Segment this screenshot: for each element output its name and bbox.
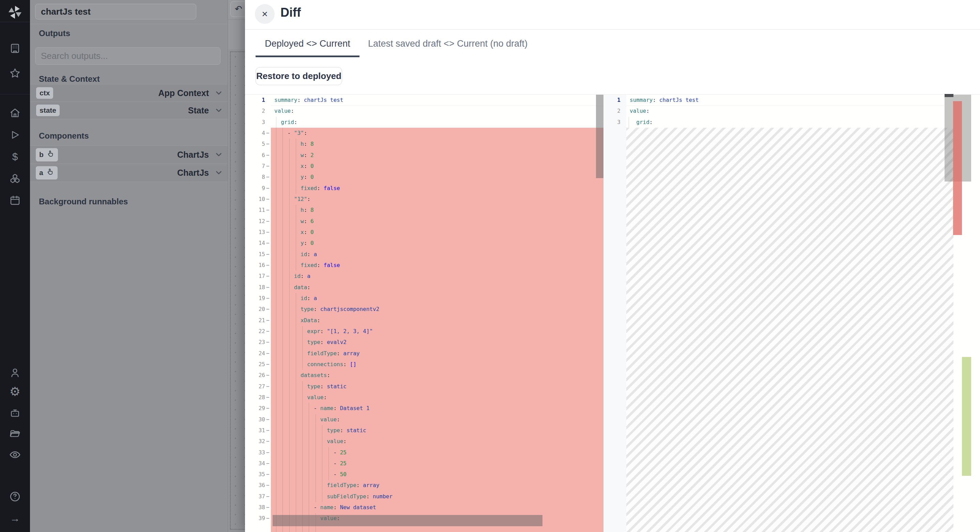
indent-guide [296,205,296,271]
indent-guide [322,425,322,502]
app-canvas [228,49,245,532]
overview-ruler-removed-mark [953,101,962,235]
folder-open-icon[interactable] [0,427,30,442]
user-icon[interactable] [0,365,30,380]
line-number: 15− [245,249,271,260]
code-line: y: 0 [271,172,603,183]
code-line: - name: Dataset 1 [271,403,603,414]
close-button[interactable]: × [255,4,275,24]
code-line: id: a [271,293,603,304]
line-number: 39− [245,513,271,524]
boxes-icon[interactable] [0,171,30,186]
code-line: fixed: false [271,183,603,194]
line-number: 26− [245,370,271,381]
component-row-b[interactable]: b ChartJs [30,145,228,164]
overview-ruler-added-mark [962,357,971,476]
component-row-a[interactable]: a ChartJs [30,164,228,182]
left-editor-horizontal-scrollbar[interactable] [273,515,542,526]
calendar-icon[interactable] [0,193,30,208]
line-number: 16− [245,260,271,271]
chevron-down-icon[interactable] [214,106,223,115]
tab-deployed-current[interactable]: Deployed <> Current [256,38,360,57]
code-line: fieldType: array [271,348,603,359]
home-icon[interactable] [0,106,30,121]
code-line: - 25 [271,447,603,458]
code-line: grid: [271,117,603,128]
play-icon[interactable] [0,127,30,142]
building-icon[interactable] [0,41,30,56]
restore-to-deployed-button[interactable]: Restore to deployed [256,67,342,85]
line-number: 1 [245,95,271,106]
state-context-heading: State & Context [39,74,100,84]
code-line: summary: chartJs test [626,95,980,106]
indent-guide [296,293,296,532]
code-line: grid: [626,117,980,128]
output-row-state[interactable]: state State [30,102,228,119]
indent-guide [289,139,290,532]
undo-button[interactable]: ↶ [230,1,245,17]
line-number: 34− [245,458,271,469]
code-line: h: 8 [271,205,603,216]
line-number: 25− [245,359,271,370]
ctx-badge[interactable]: ctx [36,87,53,99]
output-row-ctx[interactable]: ctx App Context [30,84,228,102]
line-number: 27− [245,381,271,392]
chevron-down-icon[interactable] [214,89,223,97]
code-line: fieldType: array [271,480,603,491]
settings-gear-icon[interactable]: ⚙ [0,384,30,399]
bot-icon[interactable] [0,406,30,421]
code-line: type: static [271,381,603,392]
line-number: 28− [245,392,271,403]
state-badge[interactable]: state [36,105,60,116]
help-icon[interactable] [0,489,30,504]
app-name-input[interactable]: chartJs test [35,4,196,19]
code-line: datasets: [271,370,603,381]
code-line: type: chartjscomponentv2 [271,304,603,315]
app-root: $ ⚙ → chartJs test O [0,0,980,532]
star-icon[interactable] [0,66,30,81]
current-line-border [271,106,603,106]
current-line-border [626,106,945,106]
nav-rail: $ ⚙ → [0,0,30,532]
code-line: y: 0 [271,238,603,249]
line-number: 8− [245,172,271,183]
component-b-badge[interactable]: b [36,148,58,162]
line-number: 19− [245,293,271,304]
line-number: 32− [245,436,271,447]
component-a-badge[interactable]: a [36,166,57,179]
code-line: subFieldType: number [271,491,603,502]
chevron-down-icon[interactable] [214,168,223,177]
pointer-hand-icon [46,168,54,178]
line-number: 7− [245,161,271,172]
rail-divider [0,94,30,94]
tab-draft-current[interactable]: Latest saved draft <> Current (no draft) [364,38,531,56]
pointer-hand-icon [46,150,54,160]
app-canvas-strip: ↶ chartJs test [228,0,245,532]
line-number: 13− [245,227,271,238]
indent-guide [328,447,329,480]
left-editor-vertical-scrollbar[interactable] [596,95,604,178]
removed-region-hatch [626,128,953,532]
outputs-heading: Outputs [39,29,70,38]
indent-guide [315,414,316,502]
background-runnables-heading: Background runnables [39,197,128,206]
code-line: x: 0 [271,161,603,172]
indent-guide [302,326,302,370]
undo-icon: ↶ [235,4,242,14]
row-type-label: ChartJs [177,168,209,178]
search-outputs-input[interactable]: Search outputs... [35,47,221,65]
line-number: 37− [245,491,271,502]
code-line: value: [271,106,603,116]
code-line: value: [271,392,603,403]
eye-icon[interactable] [0,447,30,462]
diff-modal: × Diff Deployed <> Current Latest saved … [245,0,980,532]
left-editor[interactable]: summary: chartJs testvalue: grid: - "3":… [271,95,603,532]
line-number: 36− [245,480,271,491]
line-number: 5− [245,139,271,149]
collapse-arrow-icon[interactable]: → [0,511,30,526]
windmill-logo-icon[interactable] [8,5,22,20]
chevron-down-icon[interactable] [214,150,223,159]
line-number: 24− [245,348,271,359]
code-line: - 25 [271,458,603,469]
dollar-icon[interactable]: $ [0,149,30,164]
